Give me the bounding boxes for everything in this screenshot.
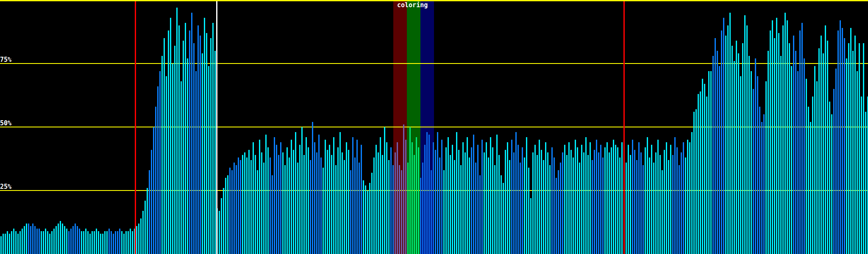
- marker-lines-layer: [0, 0, 868, 254]
- marker-red-1: [135, 1, 136, 254]
- marker-white: [216, 1, 217, 254]
- cpu-usage-graph: coloring 75%50%25%: [0, 0, 868, 254]
- marker-red-2: [623, 1, 625, 254]
